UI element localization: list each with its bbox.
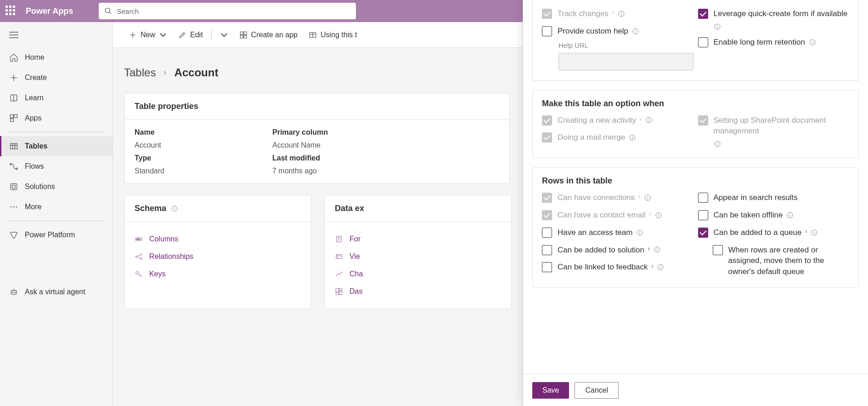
- checkbox-added-to-solution[interactable]: [542, 245, 552, 255]
- save-button[interactable]: Save: [532, 382, 569, 399]
- svg-point-101: [814, 231, 815, 232]
- section2-title: Make this table an option when: [542, 99, 849, 109]
- book-icon: [9, 93, 18, 103]
- info-icon[interactable]: [644, 194, 651, 201]
- more-icon: [9, 202, 18, 212]
- app-title: Power Apps: [26, 6, 73, 16]
- checkbox-move-to-owner-queue[interactable]: [713, 245, 723, 255]
- opt-connections: Can have connections ¹: [542, 192, 693, 203]
- info-icon[interactable]: [618, 10, 625, 17]
- info-icon[interactable]: [636, 229, 643, 236]
- opt-search-results: Appear in search results: [698, 192, 850, 203]
- nav-create[interactable]: Create: [0, 68, 113, 88]
- info-icon[interactable]: [714, 23, 721, 30]
- info-icon[interactable]: [811, 229, 818, 236]
- nav-learn[interactable]: Learn: [0, 88, 113, 108]
- nav-flows[interactable]: Flows: [0, 156, 113, 177]
- nav-tables[interactable]: Tables: [0, 136, 113, 156]
- svg-point-41: [135, 256, 137, 257]
- checkbox-sharepoint: [698, 115, 708, 126]
- cmd-edit[interactable]: Edit: [174, 28, 208, 42]
- checkbox-added-to-queue[interactable]: [698, 228, 708, 238]
- checkbox-search-results[interactable]: [698, 193, 708, 203]
- opt-taken-offline: Can be taken offline: [698, 210, 850, 221]
- opt-creating-activity: Creating a new activity ¹: [542, 115, 693, 126]
- nav-home[interactable]: Home: [0, 47, 113, 68]
- info-icon[interactable]: [655, 212, 662, 219]
- svg-point-68: [717, 25, 717, 26]
- svg-rect-59: [336, 292, 338, 295]
- nav-apps[interactable]: Apps: [0, 108, 113, 128]
- link-views[interactable]: Vie: [335, 248, 501, 265]
- checkbox-track-changes: [542, 9, 552, 19]
- chevron-right-icon: [162, 70, 168, 75]
- nav-collapse-button[interactable]: [0, 28, 113, 47]
- info-icon[interactable]: [645, 116, 653, 124]
- app-launcher-icon[interactable]: [6, 6, 17, 17]
- link-dashboards[interactable]: Das: [335, 283, 501, 300]
- prop-name-value: Account: [135, 141, 272, 149]
- info-icon[interactable]: [786, 212, 794, 219]
- link-forms[interactable]: For: [335, 230, 501, 248]
- checkbox-long-term-retention[interactable]: [698, 37, 708, 47]
- svg-point-86: [658, 214, 659, 214]
- nav-virtual-agent[interactable]: Ask a virtual agent: [0, 282, 113, 302]
- apps-icon: [9, 114, 18, 123]
- svg-point-42: [141, 254, 142, 255]
- prop-name-label: Name: [135, 128, 272, 137]
- opt-track-changes: Track changes ¹: [542, 8, 693, 19]
- chevron-down-icon: [159, 31, 167, 39]
- svg-line-45: [137, 257, 141, 258]
- info-icon[interactable]: [171, 205, 178, 212]
- cmd-edit-dropdown[interactable]: [215, 28, 233, 42]
- prop-type-label: Type: [135, 154, 272, 162]
- checkbox-linked-feedback[interactable]: [542, 262, 552, 272]
- edit-icon: [178, 31, 186, 39]
- nav-more[interactable]: More: [0, 197, 113, 217]
- prop-modified-label: Last modified: [272, 154, 410, 162]
- link-columns[interactable]: Abc Columns: [135, 230, 301, 248]
- bot-icon: [9, 287, 18, 297]
- panel-section-3: Rows in this table Can have connections …: [532, 167, 859, 288]
- cmd-new[interactable]: New: [124, 28, 172, 42]
- info-icon[interactable]: [809, 39, 816, 46]
- prop-type-value: Standard: [135, 167, 272, 175]
- search-box[interactable]: [99, 3, 356, 19]
- power-platform-icon: [9, 230, 18, 240]
- checkbox-contact-email: [542, 210, 552, 220]
- checkbox-leverage-quick-create[interactable]: [698, 9, 708, 19]
- svg-rect-18: [11, 183, 17, 189]
- cmd-create-app[interactable]: Create an app: [235, 28, 302, 42]
- link-keys[interactable]: Keys: [135, 265, 301, 283]
- svg-rect-53: [336, 255, 342, 259]
- opt-leverage-quick-create: Leverage quick-create form if available: [698, 8, 850, 30]
- svg-point-71: [812, 41, 813, 41]
- svg-line-1: [109, 12, 111, 14]
- plus-icon: [129, 31, 137, 39]
- link-relationships[interactable]: Relationships: [135, 248, 301, 265]
- opt-added-to-queue: Can be added to a queue ¹: [698, 227, 850, 238]
- nav-power-platform[interactable]: Power Platform: [0, 225, 113, 245]
- breadcrumb-current: Account: [174, 66, 218, 79]
- search-input[interactable]: [117, 7, 350, 15]
- svg-rect-23: [11, 291, 17, 294]
- info-icon[interactable]: [654, 246, 661, 253]
- info-icon[interactable]: [714, 140, 721, 148]
- nav-solutions[interactable]: Solutions: [0, 177, 113, 197]
- panel-footer: Save Cancel: [523, 374, 868, 406]
- info-icon[interactable]: [629, 134, 636, 141]
- card-title: Table properties: [124, 93, 509, 120]
- checkbox-access-team[interactable]: [542, 228, 552, 238]
- link-charts[interactable]: Cha: [335, 265, 501, 283]
- checkbox-provide-help[interactable]: [542, 26, 552, 36]
- table-properties-card: Table properties Name Primary column Acc…: [124, 93, 510, 184]
- svg-point-62: [621, 12, 621, 13]
- cancel-button[interactable]: Cancel: [575, 382, 619, 399]
- breadcrumb-tables[interactable]: Tables: [124, 66, 156, 79]
- checkbox-taken-offline[interactable]: [698, 210, 708, 220]
- svg-point-65: [636, 30, 636, 30]
- cmd-using-this-table[interactable]: Using this t: [304, 28, 361, 42]
- info-icon[interactable]: [632, 28, 639, 35]
- svg-point-77: [632, 136, 633, 137]
- info-icon[interactable]: [657, 263, 664, 271]
